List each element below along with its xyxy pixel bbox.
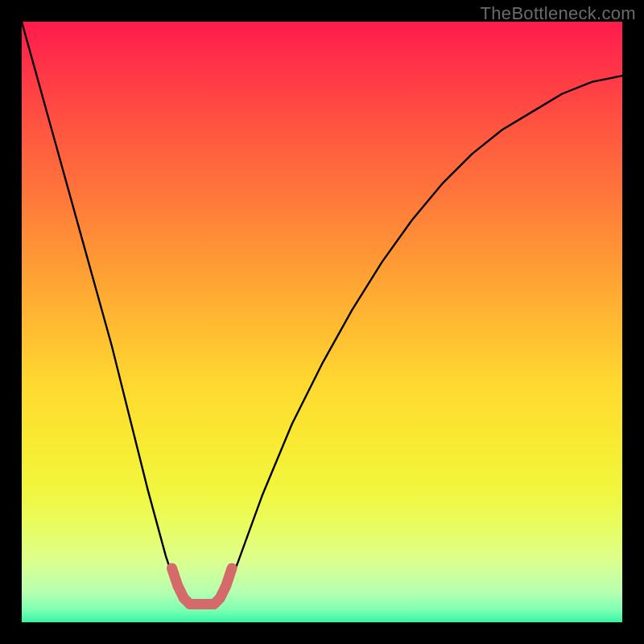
bottleneck-curve xyxy=(22,22,622,605)
chart-frame xyxy=(22,22,622,622)
curve-highlight xyxy=(172,568,233,605)
watermark-text: TheBottleneck.com xyxy=(481,3,636,24)
bottleneck-chart xyxy=(22,22,622,622)
